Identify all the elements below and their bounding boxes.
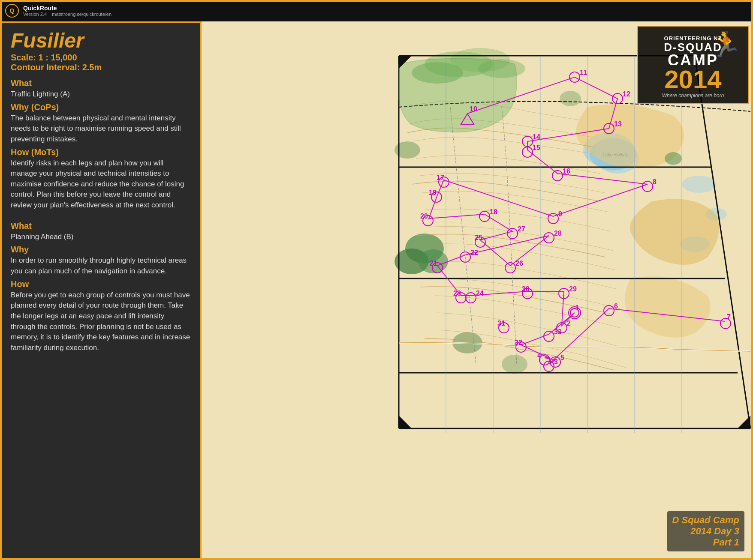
section2-why-body: In order to run smoothly through highly … <box>11 255 191 276</box>
section2-how-body: Before you get to each group of controls… <box>11 290 191 353</box>
svg-text:14: 14 <box>533 133 540 141</box>
svg-text:4: 4 <box>537 352 541 359</box>
section1-how-label: How (MoTs) <box>11 147 191 157</box>
svg-text:5: 5 <box>560 354 564 361</box>
title-bar: Q QuickRoute Version 2.4 matstroeng.se/q… <box>0 0 753 21</box>
svg-text:22: 22 <box>470 249 478 256</box>
svg-text:25: 25 <box>475 234 482 241</box>
svg-text:17: 17 <box>437 174 444 181</box>
map-title: Fusilier <box>11 30 191 51</box>
svg-text:1: 1 <box>575 304 579 311</box>
section1-why-body: The balance between physical and mental … <box>11 113 191 145</box>
section2-how-label: How <box>11 279 191 289</box>
svg-text:6: 6 <box>614 302 618 310</box>
logo-year: 2014 <box>644 67 742 93</box>
logo-camp: CAMP <box>644 53 742 65</box>
section2-what-label: What <box>11 221 191 231</box>
svg-text:29: 29 <box>569 285 577 293</box>
svg-text:3: 3 <box>554 358 558 365</box>
svg-text:2: 2 <box>567 320 571 327</box>
section1-what-label: What <box>11 78 191 88</box>
section1-how-body: Identify risks in each legs and plan how… <box>11 158 191 211</box>
svg-text:10: 10 <box>470 105 477 113</box>
svg-text:32: 32 <box>515 339 522 346</box>
section2-why-label: Why <box>11 245 191 255</box>
svg-text:27: 27 <box>518 225 525 233</box>
svg-text:19: 19 <box>429 189 437 196</box>
svg-text:30: 30 <box>522 285 530 293</box>
app-title-block: QuickRoute Version 2.4 matstroeng.se/qui… <box>23 5 111 17</box>
svg-text:21: 21 <box>430 260 437 267</box>
app-version: Version 2.4 matstroeng.se/quickroute/en <box>23 12 111 17</box>
svg-text:18: 18 <box>490 208 497 216</box>
bottom-right-text: D Squad Camp 2014 Day 3 Part 1 <box>667 511 744 551</box>
svg-text:28: 28 <box>554 230 562 237</box>
svg-text:12: 12 <box>623 90 630 98</box>
svg-text:33: 33 <box>554 328 562 335</box>
svg-point-18 <box>502 355 527 374</box>
svg-text:11: 11 <box>580 69 587 76</box>
left-panel: Fusilier Scale: 1 : 15,000 Contour Inter… <box>0 21 202 560</box>
map-area: Lake Kollata <box>202 21 753 560</box>
map-scale: Scale: 1 : 15,000 <box>11 53 191 63</box>
svg-text:26: 26 <box>515 260 523 267</box>
section1-what-body: Traffic Lighting (A) <box>11 89 191 100</box>
logo-tagline: Where champions are born <box>644 93 742 99</box>
svg-text:8: 8 <box>653 178 657 186</box>
svg-text:24: 24 <box>476 290 484 297</box>
bottom-right-line3: Part 1 <box>672 537 739 548</box>
svg-point-16 <box>560 91 581 106</box>
map-canvas: Lake Kollata <box>202 21 753 560</box>
logo-overlay: 🏃 ORIENTEERING NZ D-SQUAD CAMP 2014 Wher… <box>637 26 749 104</box>
svg-point-5 <box>682 176 716 193</box>
svg-text:13: 13 <box>614 120 622 128</box>
app-logo: Q <box>5 4 19 18</box>
main-content: Fusilier Scale: 1 : 15,000 Contour Inter… <box>0 21 753 560</box>
svg-text:20: 20 <box>420 213 428 220</box>
svg-text:23: 23 <box>453 290 461 297</box>
section1-why-label: Why (CoPs) <box>11 102 191 112</box>
bottom-right-line1: D Squad Camp <box>672 515 739 526</box>
app-name: QuickRoute <box>23 5 111 12</box>
map-contour: Contour Interval: 2.5m <box>11 63 191 72</box>
section2-what-body: Planning Ahead (B) <box>11 232 191 243</box>
svg-point-17 <box>665 152 682 165</box>
svg-text:15: 15 <box>533 144 540 151</box>
svg-text:16: 16 <box>563 168 570 175</box>
bottom-right-line2: 2014 Day 3 <box>672 526 739 537</box>
svg-text:31: 31 <box>497 320 505 327</box>
svg-text:9: 9 <box>558 210 562 218</box>
